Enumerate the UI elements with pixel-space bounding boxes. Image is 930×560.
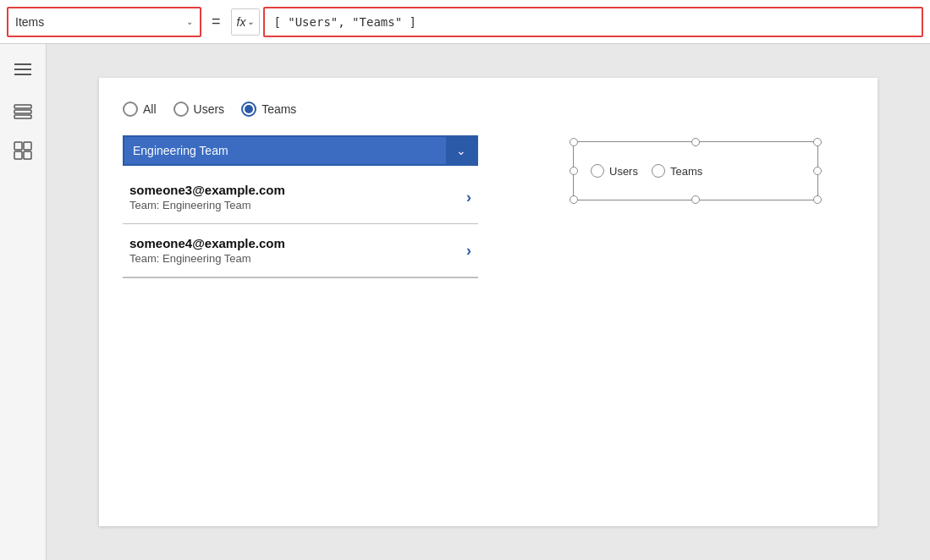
list-items: someone3@example.com Team: Engineering T…: [123, 171, 478, 278]
layers-icon[interactable]: [11, 98, 35, 122]
team-dropdown-btn[interactable]: ⌄: [446, 137, 476, 164]
team-dropdown-chevron-icon: ⌄: [456, 144, 466, 157]
radio-all-circle: [123, 102, 138, 117]
handle-bottom-left[interactable]: [570, 195, 578, 204]
widget-radio-users[interactable]: Users: [591, 164, 638, 178]
handle-middle-right[interactable]: [813, 167, 822, 175]
items-dropdown-label: Items: [15, 15, 186, 29]
sidebar: [0, 44, 47, 560]
radio-teams-inner: [245, 105, 253, 113]
widget-radio-teams[interactable]: Teams: [652, 164, 702, 178]
list-item-email-1: someone4@example.com: [129, 236, 466, 250]
radio-all-label: All: [143, 102, 157, 116]
list-item-content-1: someone4@example.com Team: Engineering T…: [129, 236, 466, 265]
svg-rect-6: [14, 142, 22, 150]
svg-rect-4: [14, 110, 31, 113]
radio-teams[interactable]: Teams: [241, 102, 296, 117]
handle-top-middle[interactable]: [691, 138, 700, 146]
widget-radio-teams-label: Teams: [670, 165, 702, 178]
list-item-content-0: someone3@example.com Team: Engineering T…: [129, 183, 466, 211]
list-item-team-0: Team: Engineering Team: [129, 199, 466, 211]
handle-bottom-middle[interactable]: [691, 195, 700, 204]
team-dropdown[interactable]: Engineering Team ⌄: [123, 135, 478, 166]
svg-rect-3: [14, 105, 31, 108]
toolbar: Items ⌄ = fx ⌄ [ "Users", "Teams" ]: [0, 0, 930, 44]
hamburger-icon[interactable]: [11, 58, 35, 81]
list-item-chevron-icon-0: ›: [466, 189, 471, 206]
radio-users-label: Users: [194, 102, 225, 116]
radio-users-circle: [173, 102, 189, 117]
radio-all[interactable]: All: [123, 102, 157, 117]
list-item-team-1: Team: Engineering Team: [129, 252, 466, 265]
handle-top-right[interactable]: [813, 138, 822, 146]
handle-middle-left[interactable]: [570, 167, 578, 175]
widget-control: Users Teams: [573, 141, 818, 200]
grid-icon[interactable]: [11, 139, 35, 162]
fx-chevron-icon: ⌄: [247, 17, 254, 26]
list-item[interactable]: someone4@example.com Team: Engineering T…: [123, 224, 478, 277]
items-dropdown[interactable]: Items ⌄: [7, 7, 201, 37]
dropdown-arrow-icon: ⌄: [186, 17, 193, 26]
handle-top-left[interactable]: [570, 138, 578, 146]
list-item[interactable]: someone3@example.com Team: Engineering T…: [123, 171, 478, 224]
radio-teams-circle: [241, 102, 256, 117]
formula-input[interactable]: [ "Users", "Teams" ]: [263, 7, 923, 37]
fx-button[interactable]: fx ⌄: [231, 8, 261, 36]
svg-rect-8: [14, 151, 22, 159]
main-area: All Users Teams Engineering Team ⌄: [47, 44, 930, 560]
widget-radio-group: Users Teams: [574, 164, 817, 178]
svg-rect-5: [14, 115, 31, 118]
svg-rect-7: [24, 142, 31, 150]
canvas: All Users Teams Engineering Team ⌄: [99, 78, 878, 526]
widget-radio-users-circle: [591, 164, 604, 178]
fx-label: fx: [237, 15, 246, 29]
equals-sign: =: [208, 13, 224, 30]
widget-radio-teams-circle: [652, 164, 665, 178]
list-item-email-0: someone3@example.com: [129, 183, 466, 197]
radio-users[interactable]: Users: [173, 102, 225, 117]
fx-area: fx ⌄ [ "Users", "Teams" ]: [231, 7, 923, 37]
handle-bottom-right[interactable]: [813, 195, 822, 204]
widget-radio-users-label: Users: [609, 165, 638, 178]
radio-teams-label: Teams: [261, 102, 296, 116]
list-item-chevron-icon-1: ›: [466, 242, 471, 260]
team-dropdown-label: Engineering Team: [124, 137, 446, 164]
svg-rect-9: [24, 151, 31, 159]
radio-group: All Users Teams: [123, 102, 296, 117]
formula-value: [ "Users", "Teams" ]: [273, 15, 416, 29]
